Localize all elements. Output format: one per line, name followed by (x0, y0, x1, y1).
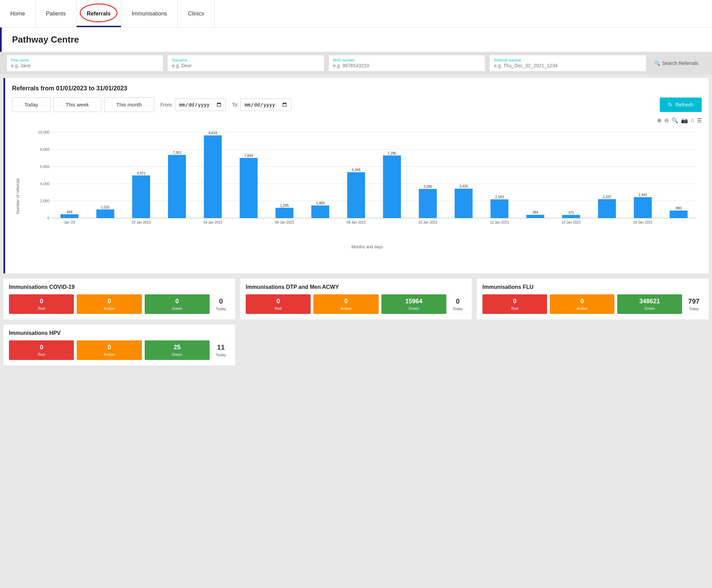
svg-text:12 Jan 2023: 12 Jan 2023 (490, 220, 509, 224)
nav-home[interactable]: Home (0, 0, 36, 27)
nav-patients-label: Patients (46, 11, 66, 17)
svg-text:06 Jan 2023: 06 Jan 2023 (275, 220, 294, 224)
imm-dtp-red: 0 Red (246, 294, 311, 314)
svg-text:384: 384 (532, 211, 538, 214)
zoom-out-icon[interactable]: ⊖ (664, 117, 669, 124)
surname-field: Surname (168, 55, 324, 71)
imm-hpv-green-value: 25 (174, 344, 180, 351)
svg-rect-37 (419, 189, 437, 218)
svg-rect-17 (132, 176, 150, 218)
svg-rect-42 (490, 199, 508, 218)
imm-flu-amber: 0 Amber (550, 294, 614, 314)
svg-rect-52 (634, 197, 652, 218)
menu-icon[interactable]: ☰ (697, 117, 702, 124)
main-content: Referrals from 01/01/2023 to 31/01/2023 … (0, 75, 712, 369)
svg-rect-35 (383, 156, 401, 218)
imm-hpv-amber: 0 Amber (77, 340, 142, 360)
nav-immunisations[interactable]: Immunisations (121, 0, 178, 27)
imm-dtp-stats: 0 Red 0 Amber 15964 Green 0 Today (246, 294, 466, 314)
nav-immunisations-label: Immunisations (132, 11, 167, 17)
magnify-icon[interactable]: 🔍 (671, 117, 678, 124)
nhs-input[interactable] (333, 63, 481, 68)
imm-covid-today-label: Today (216, 307, 226, 311)
imm-covid-green-value: 0 (175, 298, 179, 305)
imm-dtp-amber-value: 0 (344, 298, 348, 305)
imm-flu-today-label: Today (689, 307, 699, 311)
chart-controls: ⊕ ⊖ 🔍 📷 ⌂ ☰ (12, 117, 702, 124)
imm-flu-amber-label: Amber (577, 306, 588, 310)
imm-dtp-green-value: 15964 (405, 298, 422, 305)
imm-covid-amber-value: 0 (108, 298, 111, 305)
imm-flu-title: Immunisations FLU (482, 284, 703, 290)
filter-row: Today This week This month From: To: ↻ R… (12, 97, 702, 112)
firstname-label: First name (11, 58, 159, 62)
nav-clinics-label: Clinics (188, 11, 204, 17)
imm-covid-green-label: Green (172, 306, 182, 310)
svg-text:7,004: 7,004 (244, 154, 253, 158)
filter-week-button[interactable]: This week (53, 97, 101, 112)
imm-card-hpv: Immunisations HPV 0 Red 0 Amber 25 Green… (3, 325, 235, 365)
svg-rect-15 (96, 210, 114, 218)
svg-text:4,972: 4,972 (137, 171, 145, 175)
imm-flu-red-label: Red (511, 306, 518, 310)
chart-title: Referrals from 01/01/2023 to 31/01/2023 (12, 85, 702, 92)
svg-text:14 Jan 2023: 14 Jan 2023 (561, 220, 580, 224)
imm-covid-today-value: 0 (219, 297, 223, 305)
svg-rect-30 (311, 205, 329, 218)
imm-flu-today: 797 Today (685, 297, 703, 311)
chart-section: Referrals from 01/01/2023 to 31/01/2023 … (3, 78, 709, 273)
surname-label: Surname (172, 58, 320, 62)
imm-covid-red-label: Red (38, 306, 45, 310)
search-referrals-button[interactable]: 🔍 Search Referrals (647, 60, 705, 66)
firstname-field: First name (7, 55, 163, 71)
imm-dtp-red-label: Red (275, 306, 282, 310)
svg-rect-12 (60, 214, 78, 218)
referral-field: Referral number (490, 55, 646, 71)
imm-hpv-green-label: Green (172, 352, 182, 357)
filter-month-button[interactable]: This month (104, 97, 154, 112)
nav-referrals-label: Referrals (87, 11, 111, 17)
refresh-button[interactable]: ↻ Refresh (660, 98, 702, 112)
immunisation-row2: Immunisations HPV 0 Red 0 Amber 25 Green… (3, 325, 709, 365)
download-icon[interactable]: 📷 (681, 117, 688, 124)
nhs-label: NHS number (333, 58, 481, 62)
imm-covid-red-value: 0 (40, 298, 43, 305)
zoom-in-icon[interactable]: ⊕ (657, 117, 661, 124)
imm-dtp-today-value: 0 (456, 297, 459, 305)
date-from-group: From: (160, 99, 226, 111)
y-axis-label: Number of referrals (15, 178, 20, 214)
svg-text:5,346: 5,346 (352, 168, 360, 172)
svg-rect-25 (240, 158, 257, 218)
nav-clinics[interactable]: Clinics (178, 0, 215, 27)
svg-text:2,207: 2,207 (603, 195, 611, 199)
surname-input[interactable] (172, 63, 320, 68)
home-icon[interactable]: ⌂ (691, 117, 694, 124)
svg-text:2,183: 2,183 (495, 195, 504, 199)
immunisation-grid: Immunisations COVID-19 0 Red 0 Amber 0 G… (3, 279, 709, 319)
svg-text:04 Jan 2023: 04 Jan 2023 (203, 220, 222, 224)
svg-text:10,000: 10,000 (38, 130, 49, 134)
imm-dtp-today: 0 Today (449, 297, 466, 311)
nav-patients[interactable]: Patients (36, 0, 77, 27)
date-to-group: To: (232, 99, 291, 111)
imm-dtp-green: 15964 Green (381, 294, 446, 314)
imm-dtp-green-label: Green (409, 306, 419, 310)
to-date-input[interactable] (241, 99, 291, 111)
imm-flu-amber-value: 0 (580, 298, 584, 305)
navigation: Home Patients Referrals Immunisations Cl… (0, 0, 712, 27)
referral-input[interactable] (494, 63, 642, 68)
nav-referrals[interactable]: Referrals (77, 0, 121, 27)
filter-today-button[interactable]: Today (12, 97, 51, 112)
svg-text:9,633: 9,633 (209, 131, 217, 135)
svg-rect-32 (347, 172, 365, 218)
svg-text:4,000: 4,000 (40, 182, 49, 186)
svg-rect-27 (276, 208, 293, 218)
from-date-input[interactable] (175, 99, 226, 111)
search-button-label: Search Referrals (662, 60, 698, 66)
imm-hpv-amber-value: 0 (108, 344, 111, 351)
svg-text:2,000: 2,000 (40, 199, 49, 203)
svg-rect-50 (598, 199, 616, 218)
svg-text:7,296: 7,296 (388, 151, 396, 155)
nhs-field: NHS number (329, 55, 485, 71)
firstname-input[interactable] (11, 63, 159, 68)
